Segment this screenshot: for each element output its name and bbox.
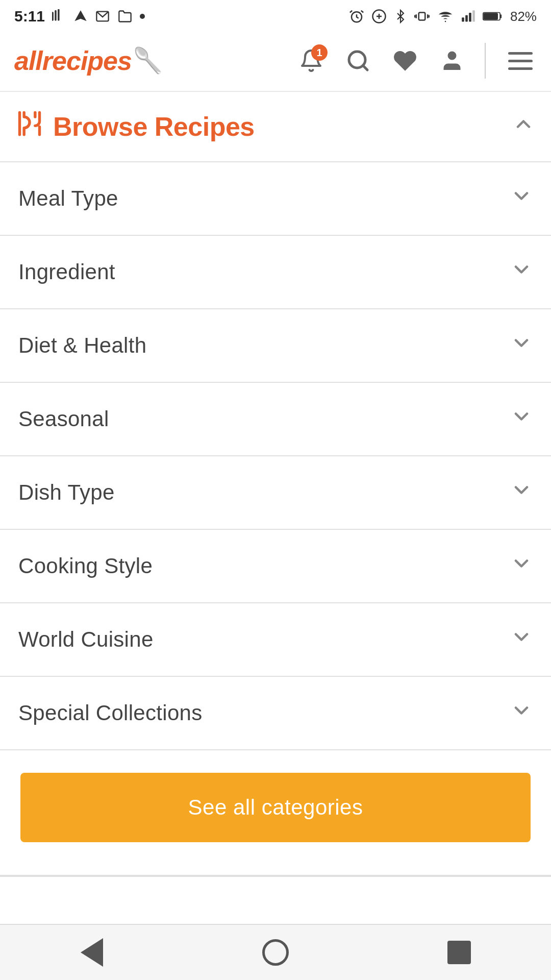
- menu-button[interactable]: [504, 48, 537, 74]
- svg-marker-3: [74, 10, 86, 21]
- browse-header[interactable]: Browse Recipes: [0, 92, 551, 162]
- cellular-icon: [461, 9, 475, 24]
- menu-item-ingredient[interactable]: Ingredient: [0, 236, 551, 309]
- svg-rect-19: [469, 13, 471, 22]
- home-circle-icon: [262, 939, 289, 966]
- menu-item-world-cuisine[interactable]: World Cuisine: [0, 603, 551, 677]
- heart-icon: [393, 48, 417, 73]
- see-all-button[interactable]: See all categories: [20, 773, 531, 842]
- favorites-button[interactable]: [391, 46, 419, 75]
- notification-button[interactable]: 1: [297, 46, 325, 75]
- battery-percent: 82%: [510, 9, 537, 24]
- status-right: 82%: [349, 9, 537, 24]
- dish-type-label: Dish Type: [18, 480, 115, 505]
- spoon-icon: 🥄: [133, 46, 163, 75]
- svg-point-26: [448, 52, 456, 60]
- bottom-navigation: [0, 924, 551, 980]
- vibrate-icon: [414, 9, 430, 24]
- chevron-down-icon: [510, 479, 533, 506]
- svg-rect-11: [419, 13, 425, 20]
- cooking-style-label: Cooking Style: [18, 554, 153, 578]
- signal-icon: [52, 9, 66, 23]
- menu-line-1: [508, 52, 533, 55]
- battery-icon: [483, 10, 503, 23]
- plus-circle-icon: [371, 9, 387, 24]
- logo-text: allrecipes: [14, 45, 132, 76]
- back-button[interactable]: [66, 932, 117, 973]
- svg-rect-17: [462, 17, 464, 21]
- status-left: 5:11: [14, 8, 145, 25]
- folder-icon: [117, 9, 133, 23]
- see-all-container: See all categories: [0, 750, 551, 865]
- search-button[interactable]: [344, 46, 372, 75]
- seasonal-label: Seasonal: [18, 407, 109, 431]
- svg-rect-23: [484, 13, 497, 19]
- svg-point-16: [445, 21, 446, 22]
- menu-line-3: [508, 67, 533, 70]
- bluetooth-icon: [394, 9, 407, 24]
- app-header: allrecipes 🥄 1: [0, 31, 551, 92]
- browse-header-left: Browse Recipes: [16, 110, 255, 143]
- dot-indicator: [140, 14, 145, 19]
- chevron-down-icon: [510, 185, 533, 212]
- svg-line-6: [350, 11, 352, 13]
- header-divider: [485, 43, 486, 79]
- browse-title: Browse Recipes: [53, 111, 255, 142]
- wifi-icon: [437, 9, 454, 24]
- ingredient-label: Ingredient: [18, 260, 115, 284]
- chevron-down-icon: [510, 332, 533, 359]
- menu-item-special-collections[interactable]: Special Collections: [0, 677, 551, 750]
- status-time: 5:11: [14, 8, 45, 25]
- profile-button[interactable]: [438, 46, 466, 75]
- chevron-down-icon: [510, 699, 533, 727]
- bottom-divider: [0, 875, 551, 877]
- svg-rect-18: [465, 15, 468, 22]
- world-cuisine-label: World Cuisine: [18, 627, 154, 652]
- special-collections-label: Special Collections: [18, 701, 203, 725]
- menu-item-cooking-style[interactable]: Cooking Style: [0, 530, 551, 603]
- logo: allrecipes 🥄: [14, 45, 163, 76]
- diet-health-label: Diet & Health: [18, 333, 146, 358]
- mail-icon: [95, 9, 110, 23]
- home-button[interactable]: [250, 932, 301, 973]
- chevron-down-icon: [510, 258, 533, 286]
- search-icon: [346, 48, 370, 73]
- back-arrow-icon: [81, 938, 103, 967]
- notification-badge: 1: [311, 44, 328, 61]
- status-bar: 5:11 82%: [0, 0, 551, 31]
- header-icons: 1: [297, 43, 537, 79]
- menu-item-seasonal[interactable]: Seasonal: [0, 383, 551, 456]
- utensils-icon: [16, 110, 43, 143]
- alarm-icon: [349, 9, 364, 24]
- chevron-down-icon: [510, 552, 533, 580]
- menu-item-diet-health[interactable]: Diet & Health: [0, 309, 551, 383]
- stop-square-icon: [447, 941, 471, 964]
- recent-apps-button[interactable]: [434, 932, 485, 973]
- chevron-down-icon: [510, 405, 533, 433]
- chevron-down-icon: [510, 626, 533, 653]
- chevron-up-icon: [512, 113, 535, 140]
- navigation-icon: [73, 9, 88, 23]
- svg-line-7: [361, 11, 363, 13]
- profile-icon: [440, 48, 464, 73]
- svg-rect-20: [472, 10, 475, 21]
- menu-items-container: Meal Type Ingredient Diet & Health Seaso…: [0, 162, 551, 750]
- meal-type-label: Meal Type: [18, 186, 118, 211]
- svg-line-25: [363, 65, 367, 70]
- menu-item-meal-type[interactable]: Meal Type: [0, 162, 551, 236]
- menu-line-2: [508, 60, 533, 62]
- menu-item-dish-type[interactable]: Dish Type: [0, 456, 551, 530]
